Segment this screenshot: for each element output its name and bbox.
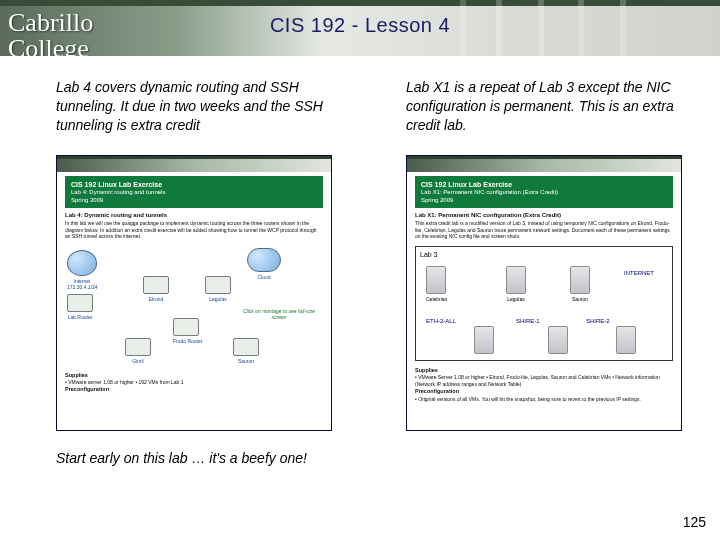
page-number: 125 [683, 514, 706, 530]
lab4-preconf-h: Preconfiguration [65, 386, 109, 392]
node-celebrian: Celebrian [426, 266, 447, 302]
labx1-green-strip: CIS 192 Linux Lab Exercise Lab X1: Perma… [415, 176, 673, 209]
left-column: Lab 4 covers dynamic routing and SSH tun… [56, 78, 356, 468]
lbl-eth2all: ETH-2-ALL [426, 318, 456, 324]
node-legolas-r: Legolas [506, 266, 526, 302]
server-icon [616, 326, 636, 354]
labx1-supplies-body: • VMware Server 1.08 or higher • Elrond,… [415, 374, 660, 387]
server-icon [474, 326, 494, 354]
node-legolas-l: Legolas [205, 276, 231, 302]
node-svr-c [616, 326, 636, 354]
lbl-sauron-l: Sauron [233, 358, 259, 364]
header-banner: Cabrillo College est. 1959 CIS 192 - Les… [0, 0, 720, 56]
router-icon [67, 294, 93, 312]
lbl-lab-router: Lab Router [67, 314, 93, 320]
node-frodo-router: Frodo Router [173, 318, 202, 344]
lbl-cloud: Cloud [247, 274, 281, 280]
node-svr-a [474, 326, 494, 354]
labx1-supplies-h: Supplies [415, 367, 438, 373]
node-cloud: Cloud [247, 248, 281, 280]
lab4-strip-title: CIS 192 Linux Lab Exercise [71, 180, 317, 189]
lab4-strip-line1: Lab 4: Dynamic routing and tunnels [71, 189, 317, 197]
lab4-thumb-inner: CIS 192 Linux Lab Exercise Lab 4: Dynami… [57, 156, 331, 402]
node-sauron-l: Sauron [233, 338, 259, 364]
lab4-strip-line2: Spring 2009 [71, 197, 317, 205]
left-footnote: Start early on this lab … it's a beefy o… [56, 449, 356, 468]
diagram-caption: Click on montage to see full-size screen [235, 308, 323, 320]
labx1-network-diagram: Celebrian Legolas Sauron INTERNET [420, 264, 668, 356]
lab4-supplies: Supplies • VMware server 1.08 or higher … [65, 372, 323, 394]
node-lab-router: Lab Router [67, 294, 93, 320]
host-icon [233, 338, 259, 356]
lbl-shire1: SHIRE-1 [516, 318, 540, 324]
host-icon [143, 276, 169, 294]
router-icon [173, 318, 199, 336]
lbl-sauron-r: Sauron [570, 296, 590, 302]
node-internet: Internet [67, 250, 97, 284]
server-icon [426, 266, 446, 294]
labx1-thumbnail: CIS 192 Linux Lab Exercise Lab X1: Perma… [406, 155, 682, 431]
host-icon [125, 338, 151, 356]
labx1-doc-body: Lab X1: Permanent NIC configuration (Ext… [415, 212, 673, 239]
labx1-preconf-h: Preconfiguration [415, 388, 459, 394]
server-icon [548, 326, 568, 354]
lbl-legolas-l: Legolas [205, 296, 231, 302]
slide: Cabrillo College est. 1959 CIS 192 - Les… [0, 0, 720, 540]
lab4-supplies-body: • VMware server 1.08 or higher • 192 VMs… [65, 379, 184, 385]
left-description: Lab 4 covers dynamic routing and SSH tun… [56, 78, 356, 135]
right-column: Lab X1 is a repeat of Lab 3 except the N… [406, 78, 706, 431]
right-description: Lab X1 is a repeat of Lab 3 except the N… [406, 78, 706, 135]
labx1-lab3-title: Lab 3 [420, 251, 668, 258]
lab4-doc-intro: In this lab we will use the quagga packa… [65, 220, 316, 239]
lbl-frodo: Frodo Router [173, 338, 202, 344]
node-gimli: Gimli [125, 338, 151, 364]
server-icon [506, 266, 526, 294]
lab4-doc-h1: Lab 4: Dynamic routing and tunnels [65, 212, 167, 218]
lbl-elrond: Elrond [143, 296, 169, 302]
node-svr-b [548, 326, 568, 354]
lbl-gimli: Gimli [125, 358, 151, 364]
host-icon [205, 276, 231, 294]
labx1-lab3-box: Lab 3 Celebrian Legolas [415, 246, 673, 361]
labx1-strip-title: CIS 192 Linux Lab Exercise [421, 180, 667, 189]
labx1-strip-line1: Lab X1: Permanent NIC configuration (Ext… [421, 189, 667, 197]
labx1-doc-intro: This extra credit lab is a modified vers… [415, 220, 670, 239]
labx1-thumb-inner: CIS 192 Linux Lab Exercise Lab X1: Perma… [407, 156, 681, 411]
page-title: CIS 192 - Lesson 4 [0, 14, 720, 37]
lab4-thumb-banner [57, 156, 331, 172]
server-icon [570, 266, 590, 294]
lab4-thumbnail: CIS 192 Linux Lab Exercise Lab 4: Dynami… [56, 155, 332, 431]
labx1-preconf-body: • Original versions of all VMs. You will… [415, 396, 641, 402]
globe-icon [67, 250, 97, 276]
labx1-thumb-banner [407, 156, 681, 172]
lbl-shire2: SHIRE-2 [586, 318, 610, 324]
labx1-doc-h1: Lab X1: Permanent NIC configuration (Ext… [415, 212, 561, 218]
slide-body: Lab 4 covers dynamic routing and SSH tun… [0, 56, 720, 540]
lbl-celebrian: Celebrian [426, 296, 447, 302]
lab4-doc-body: Lab 4: Dynamic routing and tunnels In th… [65, 212, 323, 239]
lbl-internet-r: INTERNET [624, 270, 654, 276]
node-elrond: Elrond [143, 276, 169, 302]
labx1-strip-line2: Spring 2009 [421, 197, 667, 205]
lab4-green-strip: CIS 192 Linux Lab Exercise Lab 4: Dynami… [65, 176, 323, 209]
port-label-0: 172.30.4.1/24 [67, 284, 98, 290]
lbl-legolas-r: Legolas [506, 296, 526, 302]
cloud-icon [247, 248, 281, 272]
lab4-supplies-h: Supplies [65, 372, 88, 378]
labx1-sections: Supplies • VMware Server 1.08 or higher … [415, 367, 673, 403]
node-sauron-r: Sauron [570, 266, 590, 302]
lab4-network-diagram: Internet Cloud Lab Router Elrond [65, 246, 323, 366]
